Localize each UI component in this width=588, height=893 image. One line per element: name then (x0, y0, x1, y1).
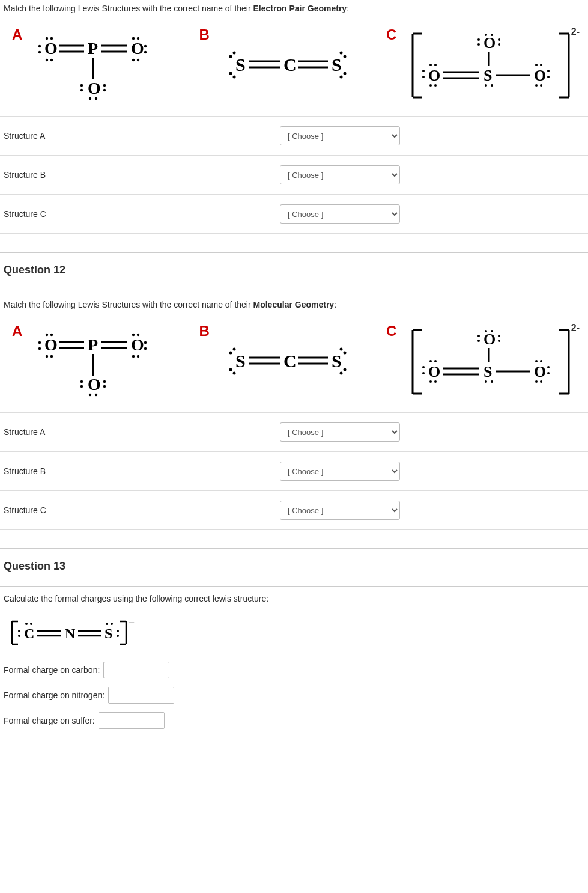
svg-point-79 (46, 334, 48, 336)
q11-fig-b: B S C S (199, 26, 369, 104)
svg-point-151 (106, 623, 108, 625)
svg-text:O: O (88, 79, 101, 97)
svg-point-40 (343, 72, 346, 75)
structure-b-select[interactable]: [ Choose ] (280, 462, 400, 481)
svg-text:S: S (105, 626, 112, 641)
fc-sulfur-input[interactable] (99, 712, 165, 729)
structure-c-select[interactable]: [ Choose ] (280, 501, 400, 520)
svg-point-63 (491, 84, 493, 87)
svg-text:O: O (44, 39, 58, 58)
svg-text:O: O (131, 39, 144, 58)
svg-point-121 (422, 372, 425, 374)
svg-point-9 (46, 37, 48, 40)
svg-text:C: C (24, 626, 34, 641)
svg-point-65 (540, 64, 542, 66)
fig-label-b: B (199, 323, 210, 340)
svg-point-53 (434, 64, 437, 66)
structure-a-select[interactable]: [ Choose ] (280, 422, 400, 442)
svg-point-120 (422, 366, 425, 368)
svg-point-13 (46, 59, 48, 61)
fig-label-c: C (386, 323, 396, 340)
svg-point-10 (50, 37, 53, 40)
fc-carbon-input[interactable] (103, 662, 169, 678)
q11-prompt: Match the following Lewis Structures wit… (0, 0, 588, 20)
lewis-structure-b: SCS (199, 323, 369, 400)
svg-point-107 (232, 372, 235, 375)
lewis-structure-a: O P O O (12, 26, 181, 104)
fig-label-b: B (199, 26, 210, 43)
structure-c-select[interactable]: [ Choose ] (280, 204, 400, 224)
match-row: Structure B [ Choose ] (0, 452, 588, 491)
svg-point-85 (132, 334, 135, 336)
svg-point-88 (144, 347, 147, 350)
q13-prompt: Calculate the formal charges using the f… (4, 590, 584, 611)
svg-text:P: P (88, 39, 98, 58)
structure-b-select[interactable]: [ Choose ] (280, 165, 400, 184)
svg-point-154 (117, 635, 119, 637)
svg-point-64 (535, 64, 538, 66)
svg-point-108 (343, 352, 346, 355)
svg-point-95 (89, 394, 91, 396)
q11-figures: A O P O O (0, 20, 588, 116)
svg-point-127 (477, 340, 480, 342)
fc-nitrogen-input[interactable] (108, 687, 174, 704)
q11-prompt-bold: Electron Pair Geometry (253, 4, 347, 13)
structure-a-select[interactable]: [ Choose ] (280, 126, 400, 145)
svg-point-136 (547, 366, 550, 368)
svg-point-17 (144, 45, 147, 47)
svg-point-131 (498, 340, 500, 342)
match-label: Structure A (4, 131, 280, 141)
svg-point-16 (137, 37, 139, 40)
svg-point-60 (498, 38, 500, 41)
match-row: Structure B [ Choose ] (0, 156, 588, 195)
svg-point-149 (25, 623, 28, 625)
svg-text:O: O (483, 34, 496, 52)
svg-text:S: S (235, 55, 246, 75)
svg-point-24 (103, 89, 106, 91)
lewis-structure-a: OPOO (12, 323, 181, 400)
match-row: Structure A [ Choose ] (0, 412, 588, 452)
svg-point-62 (485, 84, 487, 87)
svg-point-61 (498, 43, 500, 46)
svg-point-138 (535, 380, 538, 383)
svg-point-84 (50, 355, 53, 358)
fc-carbon-row: Formal charge on carbon: (4, 662, 584, 678)
svg-point-152 (111, 623, 113, 625)
q12-prompt: Match the following Lewis Structures wit… (0, 290, 588, 317)
fc-sulfur-row: Formal charge on sulfer: (4, 712, 584, 729)
svg-point-34 (229, 55, 232, 58)
svg-point-91 (80, 380, 83, 383)
svg-point-90 (137, 355, 139, 358)
lewis-structure-c: O S O O (386, 26, 576, 104)
svg-point-18 (144, 51, 147, 53)
svg-point-36 (229, 72, 232, 75)
svg-point-83 (46, 355, 48, 358)
lewis-structure-c: OSOO (386, 323, 576, 400)
svg-point-147 (18, 630, 20, 632)
svg-point-94 (103, 385, 106, 388)
svg-point-39 (339, 52, 342, 55)
match-label: Structure B (4, 466, 280, 476)
svg-text:O: O (483, 331, 496, 348)
svg-point-80 (50, 334, 53, 336)
svg-point-105 (232, 348, 235, 351)
svg-point-86 (137, 334, 139, 336)
match-row: Structure C [ Choose ] (0, 195, 588, 234)
svg-point-92 (80, 385, 83, 388)
svg-point-93 (103, 380, 106, 383)
match-row: Structure A [ Choose ] (0, 116, 588, 156)
svg-point-11 (38, 45, 41, 47)
svg-point-14 (50, 59, 53, 61)
svg-point-54 (429, 84, 432, 87)
svg-point-109 (339, 348, 342, 351)
fig-label-c: C (386, 26, 396, 43)
fig-c-charge: 2- (571, 323, 580, 334)
q12-fig-b: B SCS (199, 323, 369, 400)
q11-fig-c: C 2- O S O O (386, 26, 576, 104)
svg-point-104 (229, 352, 232, 355)
svg-point-12 (38, 51, 41, 53)
svg-point-57 (477, 43, 480, 46)
svg-point-56 (477, 38, 480, 41)
svg-point-153 (117, 630, 119, 632)
svg-point-150 (30, 623, 32, 625)
